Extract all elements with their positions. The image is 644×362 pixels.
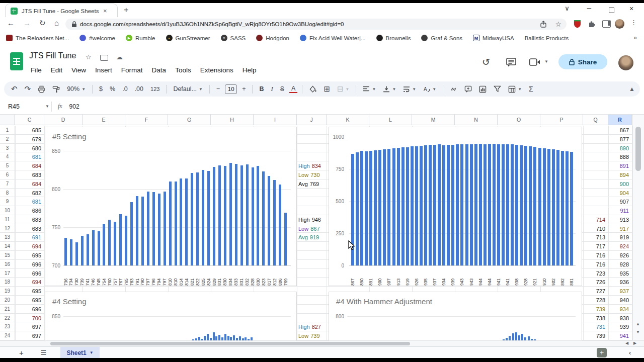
address-bar[interactable]: docs.google.com/spreadsheets/d/1yuB3J6Oh… bbox=[65, 19, 567, 30]
scroll-up-icon[interactable]: ▲ bbox=[636, 322, 640, 326]
cell-Q20[interactable]: 728 bbox=[584, 297, 605, 304]
cell-C3[interactable]: 680 bbox=[16, 145, 41, 152]
cell-C4[interactable]: 681 bbox=[16, 154, 41, 160]
column-header-H[interactable]: H bbox=[211, 115, 254, 125]
increase-decimal-button[interactable]: .00 bbox=[133, 85, 145, 93]
new-tab-button[interactable]: + bbox=[124, 6, 128, 15]
cell-R11[interactable]: 913 bbox=[609, 217, 629, 223]
adblock-shield-icon[interactable] bbox=[574, 20, 581, 28]
table-views-icon[interactable]: ▼ bbox=[506, 85, 524, 94]
cloud-status-icon[interactable]: ☁ bbox=[116, 53, 123, 61]
browser-tab[interactable]: JTS Fill Tune - Google Sheets × bbox=[5, 4, 118, 18]
name-box-caret-icon[interactable]: ▼ bbox=[45, 104, 49, 109]
document-title[interactable]: JTS Fill Tune bbox=[29, 51, 76, 60]
cell-R14[interactable]: 924 bbox=[609, 243, 629, 250]
menu-insert[interactable]: Insert bbox=[91, 65, 117, 75]
star-document-icon[interactable]: ☆ bbox=[86, 53, 92, 61]
cell-R18[interactable]: 936 bbox=[609, 279, 629, 286]
zoom-select[interactable]: 90%▼ bbox=[65, 85, 88, 93]
cell-C6[interactable]: 683 bbox=[16, 172, 41, 178]
row-header-10[interactable]: 10 bbox=[0, 206, 15, 215]
cell-Q23[interactable]: 731 bbox=[584, 324, 605, 330]
text-wrap-icon[interactable]: ▼ bbox=[401, 85, 418, 93]
cell-J7[interactable]: Avg769 bbox=[298, 181, 319, 187]
cell-R8[interactable]: 904 bbox=[609, 190, 629, 197]
row-header-12[interactable]: 12 bbox=[0, 224, 15, 233]
reload-icon[interactable]: ↻ bbox=[39, 19, 46, 28]
column-header-E[interactable]: E bbox=[83, 115, 125, 125]
cell-C17[interactable]: 696 bbox=[16, 270, 41, 277]
cell-C20[interactable]: 695 bbox=[16, 297, 41, 304]
cell-C14[interactable]: 694 bbox=[16, 243, 41, 250]
cell-R2[interactable]: 877 bbox=[609, 136, 629, 143]
window-minimize-button[interactable]: – bbox=[582, 3, 597, 12]
column-header-C[interactable]: C bbox=[15, 115, 44, 125]
chart-5-hammer[interactable]: 1000750500250086789089190090791391992693… bbox=[329, 127, 582, 286]
borders-icon[interactable]: ⊞ bbox=[321, 84, 332, 94]
vertical-scrollbar-thumb[interactable] bbox=[635, 127, 641, 171]
cell-C12[interactable]: 683 bbox=[16, 226, 41, 232]
collapse-toolbar-chevron[interactable]: ▲ bbox=[629, 85, 635, 93]
vertical-align-icon[interactable]: ▼ bbox=[381, 85, 398, 93]
row-header-15[interactable]: 15 bbox=[0, 251, 15, 260]
sheet-tab-sheet1[interactable]: Sheet1 ▼ bbox=[60, 347, 99, 358]
window-maximize-button[interactable] bbox=[609, 8, 614, 13]
cell-Q16[interactable]: 716 bbox=[584, 261, 605, 268]
column-header-D[interactable]: D bbox=[44, 115, 83, 125]
menu-edit[interactable]: Edit bbox=[46, 65, 67, 75]
fill-color-icon[interactable] bbox=[307, 85, 318, 94]
bookmark-fix-acid-well-water[interactable]: Fix Acid Well Water|... bbox=[300, 35, 366, 41]
cell-C10[interactable]: 686 bbox=[16, 208, 41, 214]
row-header-24[interactable]: 24 bbox=[0, 331, 15, 340]
cell-C7[interactable]: 684 bbox=[16, 181, 41, 188]
cell-J23[interactable]: High827 bbox=[298, 324, 321, 330]
column-header-G[interactable]: G bbox=[168, 115, 211, 125]
insert-comment-icon[interactable] bbox=[462, 85, 474, 94]
scroll-left-icon[interactable]: ◀ bbox=[625, 341, 628, 345]
camera-dropdown-caret-icon[interactable]: ▼ bbox=[544, 59, 548, 64]
spreadsheet-grid[interactable]: CDEFGHIJKLMNOPQR123456789101112131415161… bbox=[0, 115, 644, 340]
column-header-M[interactable]: M bbox=[412, 115, 455, 125]
format-currency-button[interactable]: $ bbox=[97, 85, 105, 93]
version-history-icon[interactable]: ↺ bbox=[482, 56, 490, 68]
strikethrough-button[interactable]: S bbox=[278, 85, 286, 93]
text-rotation-icon[interactable]: A▼ bbox=[421, 85, 438, 93]
cell-Q14[interactable]: 717 bbox=[584, 243, 605, 250]
row-header-3[interactable]: 3 bbox=[0, 144, 15, 153]
menu-tools[interactable]: Tools bbox=[171, 65, 196, 75]
horizontal-align-icon[interactable]: ▼ bbox=[361, 85, 378, 93]
row-header-23[interactable]: 23 bbox=[0, 322, 15, 331]
window-close-button[interactable]: × bbox=[624, 5, 639, 13]
paint-format-icon[interactable] bbox=[50, 85, 62, 94]
forward-icon[interactable]: → bbox=[23, 19, 31, 27]
cell-J11[interactable]: High946 bbox=[298, 217, 321, 223]
format-percent-button[interactable]: % bbox=[108, 85, 117, 93]
column-header-L[interactable]: L bbox=[369, 115, 412, 125]
row-header-2[interactable]: 2 bbox=[0, 135, 15, 144]
cell-R22[interactable]: 938 bbox=[609, 315, 629, 322]
extensions-puzzle-icon[interactable] bbox=[588, 20, 595, 28]
row-header-7[interactable]: 7 bbox=[0, 179, 15, 189]
more-formats-button[interactable]: 123 bbox=[148, 85, 162, 93]
cell-Q15[interactable]: 716 bbox=[584, 252, 605, 259]
cell-J13[interactable]: Avg919 bbox=[298, 234, 319, 240]
window-menu-chevron-icon[interactable]: ∨ bbox=[559, 5, 575, 12]
cell-Q22[interactable]: 738 bbox=[584, 315, 605, 322]
cell-R9[interactable]: 907 bbox=[609, 199, 629, 205]
cell-Q18[interactable]: 726 bbox=[584, 279, 605, 286]
cell-C2[interactable]: 679 bbox=[16, 136, 41, 143]
name-box[interactable]: R45 bbox=[0, 103, 45, 110]
column-header-P[interactable]: P bbox=[540, 115, 583, 125]
create-filter-icon[interactable] bbox=[492, 85, 503, 93]
cell-C23[interactable]: 697 bbox=[16, 324, 41, 330]
row-header-5[interactable]: 5 bbox=[0, 161, 15, 170]
horizontal-scrollbar-thumb[interactable] bbox=[50, 342, 410, 345]
decrease-font-size-button[interactable]: − bbox=[214, 85, 222, 93]
undo-icon[interactable]: ↶ bbox=[9, 84, 20, 94]
row-header-19[interactable]: 19 bbox=[0, 287, 15, 296]
insert-chart-icon[interactable] bbox=[477, 85, 489, 94]
row-header-17[interactable]: 17 bbox=[0, 269, 15, 278]
browser-menu-dots-icon[interactable]: ⋮ bbox=[630, 19, 637, 26]
side-panel-icon[interactable] bbox=[602, 20, 611, 28]
cell-R24[interactable]: 941 bbox=[609, 333, 629, 339]
